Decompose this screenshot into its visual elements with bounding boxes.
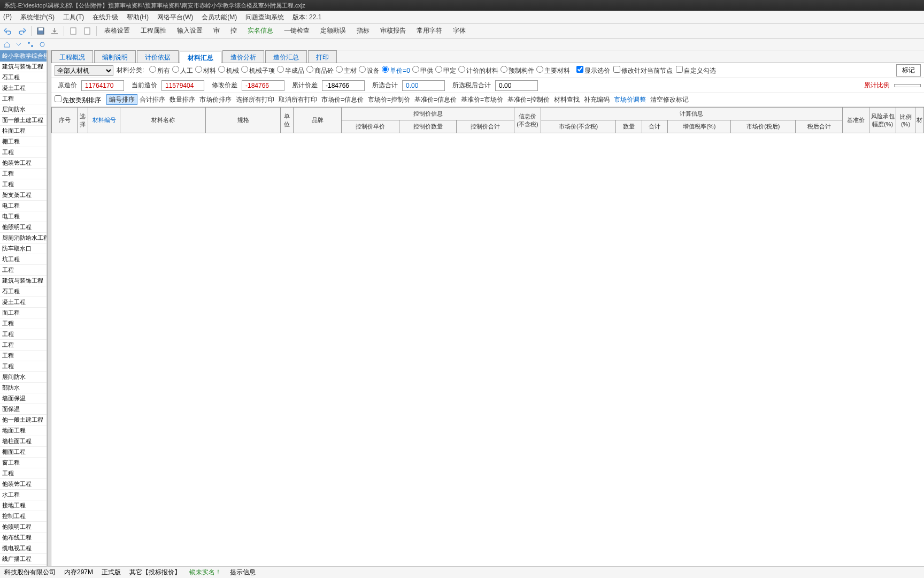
radio-8[interactable]: 设备 <box>357 67 380 74</box>
check-0[interactable]: 显示选价 <box>573 67 610 74</box>
refresh-icon[interactable] <box>38 41 46 48</box>
sidebar-item-23[interactable]: 面工程 <box>0 308 47 318</box>
sidebar-item-5[interactable]: 面一般土建工程 <box>0 115 47 126</box>
sort-btn-5[interactable]: 取消所有打印 <box>276 95 319 104</box>
radio-1[interactable]: 人工 <box>170 67 193 74</box>
mark-button[interactable]: 标记 <box>896 64 921 77</box>
menu-member[interactable]: 会员功能(M) <box>202 13 237 21</box>
sidebar-item-24[interactable]: 工程 <box>0 318 47 329</box>
sidebar-item-22[interactable]: 凝土工程 <box>0 297 47 308</box>
btn-input-settings[interactable]: 输入设置 <box>174 25 206 36</box>
tab-0[interactable]: 工程概况 <box>51 50 93 63</box>
sort-btn-8[interactable]: 基准价=信息价 <box>412 95 459 104</box>
col-market-aftertax[interactable]: 市场价(税后) <box>731 120 796 133</box>
undo-icon[interactable] <box>3 26 13 36</box>
radio-14[interactable]: 主要材料 <box>534 67 570 74</box>
sidebar-item-14[interactable]: 电工程 <box>0 211 47 222</box>
col-spec[interactable]: 规格 <box>206 108 281 133</box>
sidebar-item-21[interactable]: 石工程 <box>0 286 47 297</box>
material-scope-dropdown[interactable]: 全部人材机 <box>55 65 113 76</box>
sidebar-item-4[interactable]: 层间防水 <box>0 104 47 115</box>
menu-upgrade[interactable]: 在线升级 <box>93 13 118 21</box>
sidebar-item-40[interactable]: 水工程 <box>0 490 47 500</box>
sort-btn-9[interactable]: 基准价=市场价 <box>459 95 505 104</box>
sidebar-item-0[interactable]: 建筑与装饰工程 <box>0 62 47 72</box>
tab-2[interactable]: 计价依据 <box>137 50 179 63</box>
sidebar-item-26[interactable]: 工程 <box>0 340 47 351</box>
col-qty[interactable]: 数量 <box>616 120 642 133</box>
menu-system[interactable]: 系统维护(S) <box>20 13 55 21</box>
check-1[interactable]: 修改针对当前节点 <box>610 67 673 74</box>
sidebar-item-38[interactable]: 工程 <box>0 468 47 479</box>
col-market-price[interactable]: 市场价(不含税) <box>541 120 615 133</box>
sidebar-item-16[interactable]: 厨厕消防给水工程 <box>0 233 47 244</box>
col-seq[interactable]: 序号 <box>52 108 78 133</box>
save-icon[interactable] <box>36 26 45 36</box>
sort-btn-2[interactable]: 数量排序 <box>167 95 197 104</box>
menu-query[interactable]: 问题查询系统 <box>245 13 284 21</box>
btn-table-settings[interactable]: 表格设置 <box>101 25 133 36</box>
radio-6[interactable]: 商品砼 <box>304 67 334 74</box>
sidebar-item-46[interactable]: 线广播工程 <box>0 554 47 565</box>
radio-11[interactable]: 甲定 <box>433 67 456 74</box>
sidebar-item-17[interactable]: 防车取水口 <box>0 244 47 254</box>
sort-btn-3[interactable]: 市场价排序 <box>197 95 234 104</box>
col-control-group[interactable]: 控制价信息 <box>342 108 514 120</box>
sidebar-item-34[interactable]: 地面工程 <box>0 425 47 436</box>
home-icon[interactable] <box>3 41 11 48</box>
sidebar-item-44[interactable]: 他布线工程 <box>0 533 47 543</box>
tab-1[interactable]: 编制说明 <box>94 50 136 63</box>
sidebar-item-43[interactable]: 他照明工程 <box>0 522 47 533</box>
btn-onecheck[interactable]: 一键检查 <box>281 25 313 36</box>
tree-icon[interactable] <box>27 41 34 48</box>
sidebar-item-47[interactable]: 防给水工程 <box>0 565 47 566</box>
redo-icon[interactable] <box>17 26 27 36</box>
sidebar-item-37[interactable]: 窗工程 <box>0 458 47 468</box>
tab-3[interactable]: 材料汇总 <box>180 51 221 63</box>
sidebar-item-27[interactable]: 工程 <box>0 351 47 361</box>
col-info-price[interactable]: 信息价(不含税) <box>514 108 541 133</box>
sort-btn-12[interactable]: 补充编码 <box>582 95 612 104</box>
col-ctrl-unit[interactable]: 控制价单价 <box>342 120 399 133</box>
menu-tools[interactable]: 工具(T) <box>63 13 84 21</box>
sidebar-item-42[interactable]: 控制工程 <box>0 511 47 522</box>
menu-p[interactable]: (P) <box>3 13 12 21</box>
sidebar-item-41[interactable]: 接地工程 <box>0 500 47 511</box>
sort-btn-6[interactable]: 市场价=信息价 <box>319 95 366 104</box>
sidebar-item-30[interactable]: 部防水 <box>0 383 47 393</box>
sidebar-item-39[interactable]: 他装饰工程 <box>0 479 47 490</box>
btn-realname[interactable]: 实名信息 <box>244 25 276 36</box>
doc-icon[interactable] <box>68 26 78 36</box>
sort-btn-13[interactable]: 市场价调整 <box>612 95 648 104</box>
material-grid[interactable]: 序号 选择 材料编号 材料名称 规格 单位 品牌 控制价信息 信息价(不含税) … <box>51 107 924 566</box>
btn-control[interactable]: 控 <box>227 25 240 36</box>
sidebar-item-7[interactable]: 棚工程 <box>0 136 47 147</box>
sidebar-item-29[interactable]: 层间防水 <box>0 372 47 383</box>
sidebar-item-13[interactable]: 电工程 <box>0 201 47 211</box>
radio-3[interactable]: 机械 <box>216 67 239 74</box>
btn-audit-report[interactable]: 审核报告 <box>377 25 409 36</box>
sidebar-item-25[interactable]: 工程 <box>0 329 47 340</box>
sort-btn-1[interactable]: 合计排序 <box>137 95 167 104</box>
btn-font[interactable]: 字体 <box>450 25 469 36</box>
btn-index[interactable]: 指标 <box>353 25 373 36</box>
sidebar-item-31[interactable]: 墙面保温 <box>0 393 47 404</box>
sort-btn-7[interactable]: 市场价=控制价 <box>366 95 412 104</box>
sort-btn-10[interactable]: 基准价=控制价 <box>505 95 552 104</box>
sidebar-item-11[interactable]: 工程 <box>0 179 47 190</box>
sidebar-item-15[interactable]: 他照明工程 <box>0 222 47 233</box>
menu-network[interactable]: 网络平台(W) <box>157 13 193 21</box>
sidebar-item-33[interactable]: 他一般土建工程 <box>0 415 47 425</box>
sort-btn-14[interactable]: 清空修改标记 <box>648 95 691 104</box>
sidebar-collapse-handle[interactable] <box>47 50 51 566</box>
col-vat-rate[interactable]: 增值税率(%) <box>668 120 731 133</box>
col-ctrl-qty[interactable]: 控制价数量 <box>399 120 457 133</box>
sidebar-item-6[interactable]: 柱面工程 <box>0 126 47 136</box>
radio-9[interactable]: 单价=0 <box>380 67 410 74</box>
col-material-code[interactable]: 材料编号 <box>88 108 120 133</box>
btn-audit[interactable]: 审 <box>210 25 223 36</box>
radio-2[interactable]: 材料 <box>193 67 216 74</box>
sidebar-item-28[interactable]: 工程 <box>0 361 47 372</box>
col-brand[interactable]: 品牌 <box>294 108 342 133</box>
col-calc-group[interactable]: 计算信息 <box>541 108 842 120</box>
